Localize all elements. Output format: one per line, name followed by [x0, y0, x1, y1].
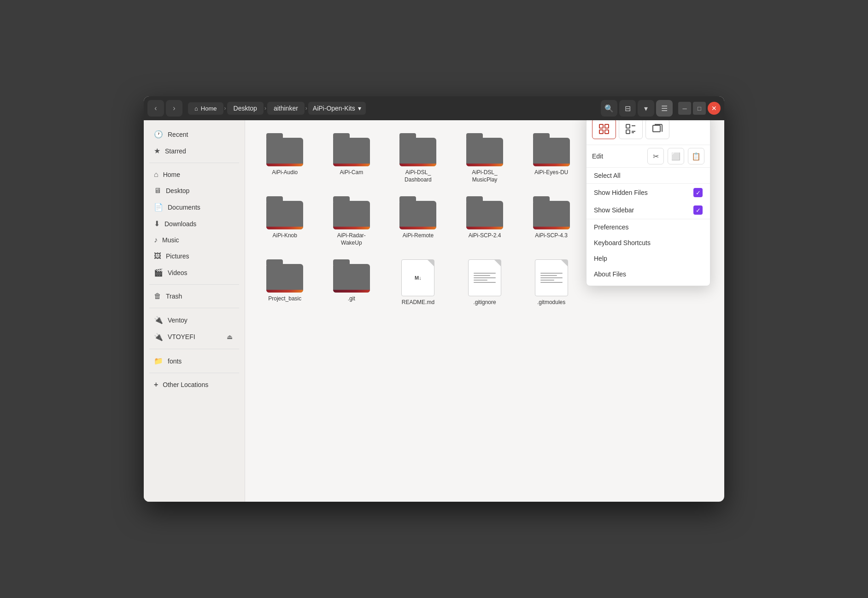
sidebar-divider-2 — [149, 284, 239, 285]
list-item[interactable]: .gitignore — [454, 256, 516, 310]
show-sidebar-item[interactable]: Show Sidebar ✓ — [586, 201, 710, 219]
downloads-icon: ⬇ — [154, 219, 160, 228]
list-item[interactable]: AiPi-Eyes-DU — [521, 129, 582, 187]
trash-icon: 🗑 — [154, 292, 161, 300]
svg-rect-9 — [653, 125, 660, 132]
text-file-icon-2 — [535, 259, 568, 296]
list-item[interactable]: AiPi-SCP-2.4 — [454, 193, 516, 250]
breadcrumb-separator: › — [224, 105, 226, 111]
preferences-menu-item[interactable]: Preferences — [586, 219, 710, 235]
list-item[interactable]: AiPi-Radar- WakeUp — [321, 193, 382, 250]
show-hidden-checkbox: ✓ — [693, 188, 703, 197]
titlebar-actions: 🔍 ⊟ ▾ ☰ — [601, 100, 673, 117]
breadcrumb: ⌂ Home › Desktop › aithinker › AiPi-Open… — [188, 102, 595, 115]
main-area: 🕐 Recent ★ Starred ⌂ Home 🖥 Desktop 📄 Do… — [144, 120, 724, 502]
titlebar: ‹ › ⌂ Home › Desktop › aithinker › AiPi-… — [144, 96, 724, 120]
show-hidden-files-item[interactable]: Show Hidden Files ✓ — [586, 184, 710, 201]
documents-icon: 📄 — [154, 203, 163, 211]
ventoy-icon: 🔌 — [154, 316, 163, 324]
list-item[interactable]: AiPi-Cam — [321, 129, 382, 187]
sidebar-item-recent[interactable]: 🕐 Recent — [147, 126, 242, 142]
breadcrumb-home[interactable]: ⌂ Home — [188, 102, 223, 115]
forward-button[interactable]: › — [166, 100, 182, 117]
sidebar: 🕐 Recent ★ Starred ⌂ Home 🖥 Desktop 📄 Do… — [144, 120, 245, 502]
sidebar-divider-5 — [149, 373, 239, 373]
sidebar-item-music[interactable]: ♪ Music — [147, 232, 242, 248]
chevron-down-icon: ▾ — [644, 104, 648, 113]
show-sidebar-checkbox: ✓ — [693, 205, 703, 215]
svg-rect-1 — [605, 124, 609, 128]
sidebar-item-downloads[interactable]: ⬇ Downloads — [147, 216, 242, 232]
sidebar-item-desktop[interactable]: 🖥 Desktop — [147, 183, 242, 199]
close-button[interactable]: ✕ — [708, 102, 721, 115]
plus-icon: + — [154, 381, 158, 389]
sidebar-item-ventoy[interactable]: 🔌 Ventoy — [147, 312, 242, 328]
svg-rect-3 — [605, 130, 609, 134]
list-icon: ⊟ — [625, 104, 631, 113]
minimize-button[interactable]: ─ — [678, 102, 691, 115]
vtoyefi-icon: 🔌 — [154, 333, 163, 341]
svg-rect-6 — [626, 130, 630, 134]
star-icon: ★ — [154, 147, 160, 155]
breadcrumb-desktop[interactable]: Desktop — [227, 102, 264, 115]
list-item[interactable]: AiPi-SCP-4.3 — [521, 193, 582, 250]
sidebar-item-other-locations[interactable]: + Other Locations — [147, 377, 242, 393]
svg-rect-4 — [626, 124, 630, 128]
cut-button[interactable]: ✂ — [647, 148, 664, 164]
home-sidebar-icon: ⌂ — [154, 170, 158, 179]
sidebar-item-documents[interactable]: 📄 Documents — [147, 199, 242, 215]
sidebar-item-pictures[interactable]: 🖼 Pictures — [147, 248, 242, 264]
breadcrumb-separator-2: › — [264, 105, 266, 111]
svg-rect-0 — [599, 124, 603, 128]
md-file-icon: M↓ — [401, 259, 434, 296]
help-menu-item[interactable]: Help — [586, 251, 710, 266]
list-item[interactable]: AiPi-Knob — [254, 193, 316, 250]
breadcrumb-separator-3: › — [305, 105, 307, 111]
pictures-icon: 🖼 — [154, 252, 161, 260]
sidebar-item-fonts[interactable]: 📁 fonts — [147, 353, 242, 369]
list-view-toggle-button[interactable] — [619, 120, 643, 139]
file-content: AiPi-Audio AiPi-Cam AiPi-DSL_ Dashboard … — [245, 120, 724, 502]
select-all-menu-item[interactable]: Select All — [586, 168, 710, 184]
list-item[interactable]: AiPi-Remote — [387, 193, 449, 250]
file-manager-window: ‹ › ⌂ Home › Desktop › aithinker › AiPi-… — [144, 96, 724, 502]
paste-button[interactable]: 📋 — [688, 148, 704, 164]
list-item[interactable]: .git — [321, 256, 382, 310]
sidebar-item-home[interactable]: ⌂ Home — [147, 167, 242, 182]
breadcrumb-aithinker[interactable]: aithinker — [267, 102, 305, 115]
sidebar-item-videos[interactable]: 🎬 Videos — [147, 264, 242, 281]
list-options-button[interactable]: ▾ — [638, 100, 654, 117]
maximize-button[interactable]: □ — [693, 102, 706, 115]
hamburger-icon: ☰ — [661, 104, 668, 113]
breadcrumb-aipi-open-kits[interactable]: AiPi-Open-Kits ▾ — [308, 102, 366, 115]
sidebar-divider-1 — [149, 163, 239, 163]
fonts-icon: 📁 — [154, 357, 163, 365]
list-item[interactable]: AiPi-DSL_ MusicPlay — [454, 129, 516, 187]
edit-label: Edit — [592, 152, 644, 160]
search-button[interactable]: 🔍 — [601, 100, 617, 117]
icon-view-button[interactable] — [592, 120, 616, 139]
menu-button[interactable]: ☰ — [656, 100, 673, 117]
list-item[interactable]: AiPi-DSL_ Dashboard — [387, 129, 449, 187]
list-view-button[interactable]: ⊟ — [619, 100, 636, 117]
videos-icon: 🎬 — [154, 268, 163, 277]
eject-button[interactable]: ⏏ — [225, 332, 235, 341]
copy-button[interactable]: ⬜ — [668, 148, 684, 164]
new-window-button[interactable] — [645, 120, 669, 139]
list-item[interactable]: M↓ README.md — [387, 256, 449, 310]
back-button[interactable]: ‹ — [147, 100, 164, 117]
list-item[interactable]: Project_basic — [254, 256, 316, 310]
list-item[interactable]: .gitmodules — [521, 256, 582, 310]
list-item[interactable]: AiPi-Audio — [254, 129, 316, 187]
sidebar-divider-3 — [149, 308, 239, 308]
sidebar-item-vtoyefi[interactable]: 🔌 VTOYEFI ⏏ — [147, 328, 242, 345]
sidebar-item-trash[interactable]: 🗑 Trash — [147, 288, 242, 304]
vtoyefi-left: 🔌 VTOYEFI — [154, 333, 195, 341]
search-icon: 🔍 — [604, 104, 614, 113]
window-controls: ─ □ ✕ — [678, 102, 721, 115]
dropdown-arrow-icon: ▾ — [358, 105, 361, 112]
about-files-menu-item[interactable]: About Files — [586, 266, 710, 282]
sidebar-divider-4 — [149, 349, 239, 349]
sidebar-item-starred[interactable]: ★ Starred — [147, 143, 242, 159]
keyboard-shortcuts-menu-item[interactable]: Keyboard Shortcuts — [586, 235, 710, 251]
